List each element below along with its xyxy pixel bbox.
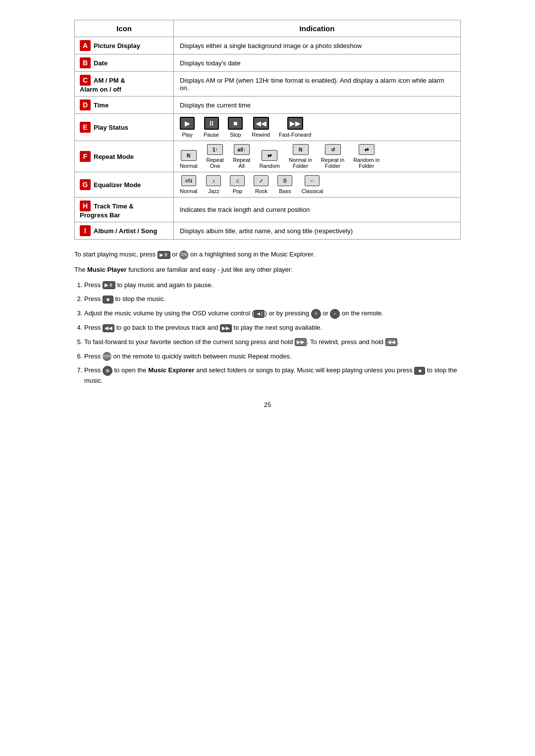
repeat-mode-icons: NNormal1↑RepeatOneall↑RepeatAll⇄RandomNN… [180, 144, 454, 169]
list-item: Adjust the music volume by using the OSD… [84, 308, 461, 319]
play-icon-label: Fast-Forward [279, 132, 311, 138]
eq-icon-label: Classical [301, 188, 323, 194]
row-label-h: HTrack Time &Progress Bar [75, 198, 174, 222]
col-icon-header: Icon [75, 20, 174, 37]
mode-icon-inline: MODE [103, 352, 111, 361]
row-indication-d: Displays the current time [174, 97, 461, 114]
letter-badge-d: D [80, 100, 91, 110]
list-item: To fast-forward to your favorite section… [84, 337, 461, 348]
letter-badge-e: E [80, 122, 91, 133]
indication-text: Displays either a single background imag… [180, 42, 454, 50]
letter-badge-c: C [80, 75, 91, 86]
eq-icon-label: Bass [279, 188, 291, 194]
row-label-g: GEqualizer Mode [75, 172, 174, 198]
reference-table: Icon Indication APicture DisplayDisplays… [74, 20, 461, 240]
row-label-text: Picture Display [94, 42, 140, 50]
row-label-text: Date [94, 59, 107, 67]
row-indication-b: Displays today's date [174, 54, 461, 72]
letter-badge-h: H [80, 201, 91, 211]
repeat-icon-allup: all↑RepeatAll [233, 144, 250, 169]
eq-icon-rock: ✓Rock [254, 175, 268, 194]
row-label-f: FRepeat Mode [75, 141, 174, 172]
indication-text: Indicates the track length and current p… [180, 206, 454, 213]
play-icon-label: Play [182, 132, 192, 138]
play-icon-stop: ■Stop [228, 117, 243, 138]
repeat-icon-label: Normal [180, 163, 197, 169]
play-icon-symbol: ■ [228, 117, 243, 130]
volume-icon-inline: ◄) [254, 310, 265, 318]
eq-icon-symbol: ✓ [254, 175, 268, 186]
repeat-icon-label: Repeat inFolder [321, 157, 344, 169]
repeat-icon-symbol: N [293, 144, 309, 155]
repeat-icon-Nfolder: NNormal inFolder [289, 144, 312, 169]
rewind-icon-inline: ◀◀ [103, 324, 114, 332]
page-number: 25 [74, 401, 461, 408]
intro-paragraph-1: To start playing music, press ▶⏸ or OK o… [74, 250, 461, 260]
repeat-icon-folder: ↺Repeat inFolder [321, 144, 344, 169]
play-status-icons: ▶Play⏸Pause■Stop◀◀Rewind▶▶Fast-Forward [180, 117, 454, 138]
eq-icon-label: Normal [180, 188, 197, 194]
repeat-icon-symbol: ⇄ [262, 150, 277, 161]
eq-icon-symbol: ♪ [206, 175, 221, 186]
repeat-icon-1up: 1↑RepeatOne [206, 144, 223, 169]
play-icon-label: Pause [204, 132, 219, 138]
eq-icon-label: Pop [233, 188, 243, 194]
row-label-a: APicture Display [75, 37, 174, 54]
explorer-icon-inline: ⊕ [103, 366, 112, 376]
row-label-text: Play Status [94, 124, 128, 131]
letter-badge-b: B [80, 57, 91, 68]
list-item: Press ⊕ to open the Music Explorer and s… [84, 365, 461, 386]
repeat-icon-symbol: ↺ [325, 144, 341, 155]
row-indication-c: Displays AM or PM (when 12Hr time format… [174, 72, 461, 97]
ff-hold-icon: ▶▶ [295, 338, 307, 346]
col-indication-header: Indication [174, 20, 461, 37]
play-icon-pause: ⏸Pause [204, 117, 219, 138]
repeat-icon-symbol: ⇄ [359, 144, 374, 155]
rw-hold-icon: ◀◀ [385, 338, 397, 346]
list-item: Press ■ to stop the music. [84, 294, 461, 304]
row-indication-a: Displays either a single background imag… [174, 37, 461, 54]
list-item: Press ▶⏸ to play music and again to paus… [84, 280, 461, 291]
eq-icon-label: Rock [255, 188, 268, 194]
row-indication-e: ▶Play⏸Pause■Stop◀◀Rewind▶▶Fast-Forward [174, 114, 461, 141]
indication-text: Displays AM or PM (when 12Hr time format… [180, 77, 454, 92]
play-icon-symbol: ⏸ [204, 117, 219, 130]
row-indication-i: Displays album title, artist name, and s… [174, 222, 461, 240]
row-label-text: Repeat Mode [94, 153, 134, 160]
letter-badge-g: G [80, 179, 91, 190]
eq-icon-symbol: ≡N [181, 175, 196, 186]
repeat-icon-label: RepeatOne [206, 157, 223, 169]
row-label-c: CAM / PM &Alarm on / off [75, 72, 174, 97]
play-icon-fastforward: ▶▶Fast-Forward [279, 117, 311, 138]
letter-badge-a: A [80, 40, 91, 51]
play-icon-play: ▶Play [180, 117, 195, 138]
repeat-icon-random: ⇄Random [259, 150, 280, 169]
row-label-text: Album / Artist / Song [94, 227, 157, 235]
instructions-list: Press ▶⏸ to play music and again to paus… [84, 280, 461, 386]
intro-paragraph-2: The Music Player functions are familiar … [74, 265, 461, 275]
page: Icon Indication APicture DisplayDisplays… [74, 20, 461, 408]
eq-icon-pop: ♫Pop [230, 175, 245, 194]
eq-icon-label: Jazz [208, 188, 219, 194]
repeat-icon-randomfolder: ⇄Random inFolder [353, 144, 379, 169]
repeat-icon-label: Normal inFolder [289, 157, 312, 169]
eq-icon-symbol: ← [305, 175, 320, 186]
indication-text: Displays the current time [180, 101, 454, 109]
eq-icon-normal: ≡NNormal [180, 175, 197, 194]
row-label-d: DTime [75, 97, 174, 114]
list-item: Press MODE on the remote to quickly swit… [84, 352, 461, 362]
vol-down-icon-inline: − [330, 309, 340, 319]
repeat-icon-N: NNormal [180, 150, 197, 169]
play-icon-symbol: ◀◀ [253, 117, 269, 130]
row-label-e: EPlay Status [75, 114, 174, 141]
eq-icon-classical: ←Classical [301, 175, 323, 194]
stop-icon2-inline: ■ [414, 367, 425, 375]
repeat-icon-symbol: all↑ [234, 144, 250, 155]
ff-icon-inline: ▶▶ [220, 324, 232, 332]
play-icon-label: Stop [230, 132, 241, 138]
play-icon-symbol: ▶▶ [287, 117, 303, 130]
row-indication-h: Indicates the track length and current p… [174, 198, 461, 222]
list-item: Press ◀◀ to go back to the previous trac… [84, 323, 461, 333]
eq-mode-icons: ≡NNormal♪Jazz♫Pop✓RockBBass←Classical [180, 175, 454, 194]
row-label-text: Equalizer Mode [94, 181, 141, 189]
